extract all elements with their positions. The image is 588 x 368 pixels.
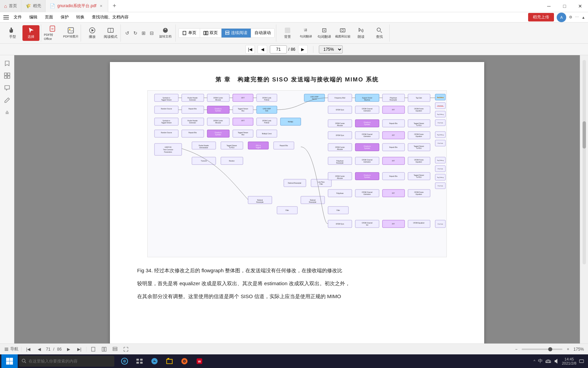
menu-page[interactable]: 页面 xyxy=(42,13,56,21)
first-page-button[interactable]: |◀ xyxy=(245,45,255,54)
taskbar-explorer-icon[interactable] xyxy=(162,354,177,368)
tray-datetime[interactable]: 14:45 2021/2/8 xyxy=(562,357,576,365)
sidebar-bookmark-tool[interactable] xyxy=(2,58,13,69)
scrollbar-thumb[interactable] xyxy=(583,121,586,149)
svg-text:Repack Bits: Repack Bits xyxy=(189,132,197,134)
svg-text:Polyphase: Polyphase xyxy=(336,160,344,162)
taskbar-search-bar[interactable] xyxy=(19,356,114,367)
tts-button[interactable]: 朗读 xyxy=(353,25,370,41)
tray-volume[interactable] xyxy=(554,358,559,364)
tray-notification[interactable] xyxy=(579,359,584,364)
zoom-out-button[interactable]: − xyxy=(512,345,520,353)
status-next-page[interactable]: ▶ xyxy=(64,345,72,353)
settings-icon[interactable]: ⚙ xyxy=(569,15,572,19)
close-button[interactable]: ✕ xyxy=(572,0,588,12)
zoom-thumb[interactable] xyxy=(548,347,552,351)
start-button[interactable] xyxy=(1,354,18,368)
rotate-doc-button[interactable]: 旋转文档 xyxy=(157,25,174,41)
pdf-to-office-button[interactable]: W PDF转Office xyxy=(44,25,61,41)
zoom-select[interactable]: 175% 100% 125% 150% 200% xyxy=(319,45,343,53)
window-controls: ─ □ ✕ xyxy=(541,0,588,12)
svg-text:OFDM Cyclic: OFDM Cyclic xyxy=(262,97,272,99)
svg-text:FFT: FFT xyxy=(392,223,395,225)
status-view-double[interactable] xyxy=(100,345,108,353)
status-fullscreen[interactable] xyxy=(122,345,130,353)
hand-tool-button[interactable]: 手型 xyxy=(4,25,21,41)
taskbar-wps-icon[interactable]: W xyxy=(192,354,207,368)
rotate-right-icon[interactable]: ↻ xyxy=(132,29,139,37)
status-view-continuous[interactable] xyxy=(111,345,119,353)
tray-show-hidden[interactable]: ^ xyxy=(534,359,535,363)
fit-width-icon[interactable]: ⊟ xyxy=(148,29,156,37)
taskbar-task-view-icon[interactable] xyxy=(132,354,147,368)
svg-rect-111 xyxy=(355,106,379,113)
taskbar-search-input[interactable] xyxy=(29,359,112,364)
ribbon-group-convert: W PDF转Office PDF转图片 xyxy=(43,25,81,42)
left-sidebar xyxy=(0,55,14,343)
compress-button[interactable]: 勾词翻译 xyxy=(316,25,333,41)
sidebar-pen-tool[interactable] xyxy=(2,95,13,106)
continuous-page-btn[interactable]: 连续阅读 xyxy=(222,29,251,37)
sidebar-thumbnail-tool[interactable] xyxy=(2,70,13,81)
tab-shell[interactable]: 🌾 稻壳 xyxy=(21,0,46,12)
fit-page-icon[interactable]: ⊞ xyxy=(140,29,147,37)
next-page-button[interactable]: ▶ xyxy=(298,45,308,54)
taskbar-cortana-icon[interactable] xyxy=(117,354,132,368)
upgrade-button[interactable]: 稻壳上传 xyxy=(528,13,554,21)
status-last-page[interactable]: ▶| xyxy=(75,345,83,353)
double-page-btn[interactable]: 双页 xyxy=(200,29,222,37)
find-button[interactable]: 查找 xyxy=(371,25,388,41)
zoom-slider[interactable] xyxy=(522,349,562,350)
svg-rect-68 xyxy=(154,130,178,137)
tray-network[interactable] xyxy=(545,358,551,364)
more-options-icon[interactable]: ⋯ xyxy=(575,15,579,19)
auto-scroll-btn[interactable]: 自动滚动 xyxy=(251,29,274,37)
menu-edit[interactable]: 编辑 xyxy=(26,13,41,21)
pdf-to-image-button[interactable]: PDF转图片 xyxy=(62,25,79,41)
hamburger-menu[interactable] xyxy=(3,14,10,21)
rotate-left-icon[interactable]: ↺ xyxy=(124,29,131,37)
svg-text:Filter: Filter xyxy=(337,210,340,211)
minimize-button[interactable]: ─ xyxy=(541,0,557,12)
background-button[interactable]: 背景 xyxy=(279,25,296,41)
status-page-separator: / xyxy=(53,347,54,352)
tab-close-icon[interactable]: ✕ xyxy=(98,3,104,9)
new-tab-button[interactable]: + xyxy=(108,0,120,12)
collapse-icon[interactable]: ▲ xyxy=(582,15,585,19)
status-view-single[interactable] xyxy=(89,345,97,353)
menu-protect[interactable]: 保护 xyxy=(57,13,72,21)
translate-button[interactable]: 译 勾词翻译 xyxy=(297,25,314,41)
zoom-in-button[interactable]: + xyxy=(564,345,572,353)
tab-home[interactable]: ⌂ 首页 xyxy=(0,0,21,12)
svg-text:Symbols: Symbols xyxy=(364,148,370,149)
pdf-viewer[interactable]: 第 章 构建完整的 SISO 发送端与接收端的 MIMO 系统 Symbols … xyxy=(14,55,580,343)
caption-line3: 在其余部分没有调整。这里使用的信道是两个 SISO 信道，实际上应当是使用正规的… xyxy=(137,291,457,302)
taskbar-media-icon[interactable] xyxy=(177,354,192,368)
navigation-toggle[interactable]: 导航 xyxy=(4,346,18,352)
maximize-button[interactable]: □ xyxy=(557,0,572,12)
play-button[interactable]: 播放 xyxy=(84,25,101,41)
menu-convert[interactable]: 转换 xyxy=(73,13,88,21)
status-first-page[interactable]: |◀ xyxy=(24,345,32,353)
taskbar-edge-icon[interactable] xyxy=(147,354,162,368)
svg-point-19 xyxy=(377,28,380,31)
svg-text:FFT: FFT xyxy=(392,109,395,111)
svg-text:Equalizer: Equalizer xyxy=(416,161,422,163)
svg-text:Allocator: Allocator xyxy=(337,149,343,150)
prev-page-button[interactable]: ◀ xyxy=(258,45,267,54)
status-prev-page[interactable]: ◀ xyxy=(35,345,43,353)
menu-search[interactable]: 查找功能、文档内容 xyxy=(88,13,132,21)
sidebar-comment-tool[interactable] xyxy=(2,82,13,93)
screenshot-button[interactable]: 截图和比较 xyxy=(334,25,351,41)
menu-file[interactable]: 文件 xyxy=(10,13,25,21)
user-avatar[interactable]: A xyxy=(557,13,566,22)
single-page-btn[interactable]: 单页 xyxy=(179,29,200,37)
select-tool-button[interactable]: 选择 xyxy=(22,25,39,41)
read-mode-button[interactable]: 阅读模式 xyxy=(102,25,119,41)
sidebar-highlight-tool[interactable] xyxy=(2,107,13,118)
svg-rect-21 xyxy=(7,73,10,75)
page-number-input[interactable] xyxy=(270,45,287,53)
tray-ime[interactable]: 中 xyxy=(538,358,543,364)
tab-pdf[interactable]: 📄 gnuradio系统平台.pdf ✕ xyxy=(46,0,108,12)
svg-text:Rational: Rational xyxy=(257,199,263,201)
